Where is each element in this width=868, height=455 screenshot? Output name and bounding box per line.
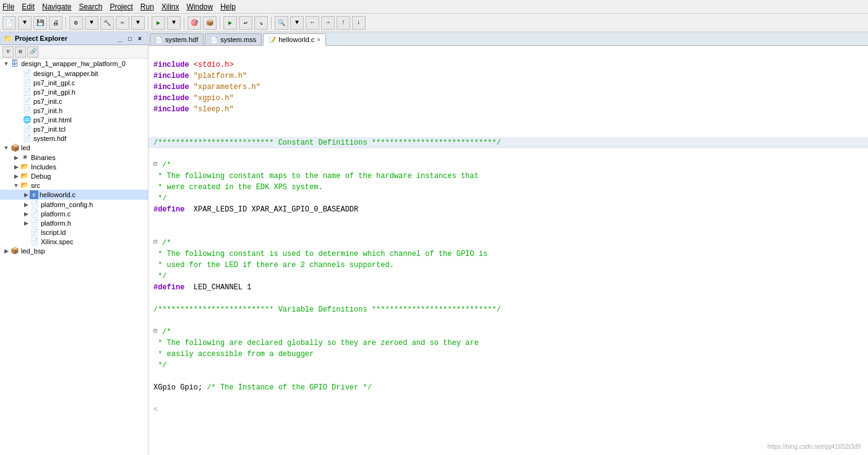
tree-item-design-bit[interactable]: 📄 design_1_wrapper.bit [0, 69, 148, 78]
tab-label-system-hdf: system.hdf [165, 36, 198, 43]
pe-link-btn[interactable]: 🔗 [27, 46, 38, 57]
back-button[interactable]: ← [306, 16, 319, 30]
tree-item-ps7-init-gpl-h[interactable]: 📄 ps7_init_gpl.h [0, 87, 148, 96]
tab-helloworld-c[interactable]: 📝 helloworld.c × [263, 33, 326, 46]
build-button[interactable]: 🔨 [100, 16, 114, 30]
tab-system-mss[interactable]: 📄 system.mss [205, 33, 262, 45]
tree-item-led-bsp[interactable]: ▶ 📦 led_bsp [0, 246, 148, 255]
code-line-comment-body-1a: * The following constant maps to the nam… [148, 171, 868, 182]
icon-ps7-init-c: 📄 [22, 97, 32, 105]
tree-item-ps7-init-h[interactable]: 📄 ps7_init.h [0, 106, 148, 115]
fold-marker-3[interactable]: ⊟ [153, 326, 161, 336]
tree-item-ps7-init-c[interactable]: 📄 ps7_init.c [0, 96, 148, 106]
tree-item-helloworld-c[interactable]: ▶ c helloworld.c [0, 190, 148, 200]
pe-filter-btn[interactable]: ▽ [2, 46, 14, 57]
tree-item-ps7-init-gpl-c[interactable]: 📄 ps7_init_gpl.c [0, 78, 148, 87]
label-ps7-init-c: ps7_init.c [32, 98, 62, 105]
down-button[interactable]: ↓ [352, 16, 366, 30]
pe-collapse-btn[interactable]: ⊟ [15, 46, 26, 57]
new-button[interactable]: 📄 [2, 16, 16, 30]
tree-item-led[interactable]: ▼ 📦 led [0, 143, 148, 153]
code-line-empty-8 [148, 371, 868, 382]
zoom-in[interactable]: 🔍 [275, 16, 288, 30]
menu-project[interactable]: Project [110, 2, 132, 11]
sep-2 [148, 17, 148, 29]
clean-button[interactable]: ✂ [116, 16, 129, 30]
tree-item-platform-config-h[interactable]: ▶ 📄 platform_config.h [0, 200, 148, 209]
menu-edit[interactable]: Edit [22, 2, 35, 11]
arrow-platform-c: ▶ [22, 211, 30, 217]
code-line-include-sleep: #include "sleep.h" [148, 104, 868, 115]
tab-label-system-mss: system.mss [220, 36, 256, 43]
arrow-led: ▼ [2, 145, 10, 151]
tree-item-platform-c[interactable]: ▶ 📄 platform.c [0, 209, 148, 218]
tree-item-platform-h[interactable]: ▶ 📄 platform.h [0, 218, 148, 228]
label-led: led [20, 144, 30, 151]
forward-button[interactable]: → [321, 16, 335, 30]
target-button[interactable]: 🎯 [187, 16, 201, 30]
menu-run[interactable]: Run [140, 2, 154, 11]
pe-maximize-icon[interactable]: □ [126, 34, 134, 43]
code-line-comment-body-2b: * used for the LED if there are 2 channe… [148, 260, 868, 271]
tree-item-system-hdf[interactable]: 📄 system.hdf [0, 134, 148, 143]
label-design-bit: design_1_wrapper.bit [32, 70, 98, 77]
code-line-define-leds-id: #define XPAR_LEDS_ID XPAR_AXI_GPIO_0_BAS… [148, 204, 868, 215]
toolbar-dropdown-1[interactable]: ▼ [18, 16, 32, 30]
editor-area: 📄 system.hdf 📄 system.mss 📝 helloworld.c… [148, 32, 868, 455]
tab-system-hdf[interactable]: 📄 system.hdf [150, 33, 204, 45]
run-dropdown[interactable]: ▼ [167, 16, 181, 30]
toolbar-dropdown-2[interactable]: ▼ [85, 16, 98, 30]
code-line-comment-body-2a: * The following constant is used to dete… [148, 249, 868, 260]
flash-button[interactable]: 📦 [203, 16, 217, 30]
menu-help[interactable]: Help [220, 2, 236, 11]
code-line-comment-close-3: */ [148, 360, 868, 371]
menubar: File Edit Navigate Search Project Run Xi… [0, 0, 868, 14]
code-line-empty-9 [148, 393, 868, 404]
pe-close-icon[interactable]: × [135, 34, 144, 43]
icon-ps7-init-tcl: 📄 [22, 125, 32, 133]
tab-label-helloworld-c: helloworld.c [278, 36, 314, 43]
tree-item-includes[interactable]: ▶ 📂 Includes [0, 162, 148, 171]
fold-marker-1[interactable]: ⊟ [153, 159, 161, 169]
code-editor[interactable]: #include <stdio.h> #include "platform.h"… [148, 46, 868, 455]
up-button[interactable]: ↑ [337, 16, 350, 30]
tree-item-xilinx-spec[interactable]: 📄 Xilinx.spec [0, 237, 148, 246]
menu-window[interactable]: Window [187, 2, 213, 11]
label-platform-c: platform.c [40, 210, 71, 218]
pe-minimize-icon[interactable]: _ [116, 34, 124, 43]
settings-button[interactable]: ⚙ [69, 16, 83, 30]
tree-item-src[interactable]: ▼ 📂 src [0, 181, 148, 190]
code-line-scroll-hint: < [148, 404, 868, 415]
pe-header-icons: _ □ × [116, 34, 144, 43]
toolbar-dropdown-3[interactable]: ▼ [131, 16, 145, 30]
code-line-include-stdio: #include <stdio.h> [148, 59, 868, 70]
label-platform-config-h: platform_config.h [40, 201, 93, 208]
code-line-empty-2 [148, 126, 868, 137]
menu-file[interactable]: File [2, 2, 14, 11]
zoom-dropdown[interactable]: ▼ [290, 16, 304, 30]
icon-ps7-init-h: 📄 [22, 106, 32, 114]
tab-close-helloworld-c[interactable]: × [317, 36, 320, 43]
tree-item-ps7-init-tcl[interactable]: 📄 ps7_init.tcl [0, 124, 148, 134]
menu-search[interactable]: Search [79, 2, 102, 11]
tree-item-binaries[interactable]: ▶ ✳ Binaries [0, 153, 148, 162]
save-button[interactable]: 💾 [33, 16, 47, 30]
pe-header-title: 📁 Project Explorer [4, 35, 67, 43]
pe-header: 📁 Project Explorer _ □ × [0, 32, 148, 45]
icon-xilinx-spec: 📄 [30, 237, 40, 245]
run-button[interactable]: ▶ [223, 16, 237, 30]
debug-button[interactable]: ▶ [152, 16, 165, 30]
tree-item-ps7-init-html[interactable]: 🌐 ps7_init.html [0, 115, 148, 124]
code-line-comment-close-1: */ [148, 193, 868, 204]
tree-item-debug[interactable]: ▶ 📂 Debug [0, 171, 148, 181]
tree-item-design-wrapper[interactable]: ▼ 🗄 design_1_wrapper_hw_platform_0 [0, 59, 148, 69]
tab-icon-system-hdf: 📄 [155, 36, 163, 43]
step-into[interactable]: ↘ [254, 16, 268, 30]
fold-marker-2[interactable]: ⊟ [153, 237, 161, 247]
menu-navigate[interactable]: Navigate [42, 2, 71, 11]
code-line-const-def: /************************** Constant Def… [148, 137, 868, 148]
tree-item-lscript-ld[interactable]: 📄 lscript.ld [0, 228, 148, 237]
print-button[interactable]: 🖨 [49, 16, 62, 30]
menu-xilinx[interactable]: Xilinx [161, 2, 179, 11]
step-over[interactable]: ↩ [239, 16, 252, 30]
